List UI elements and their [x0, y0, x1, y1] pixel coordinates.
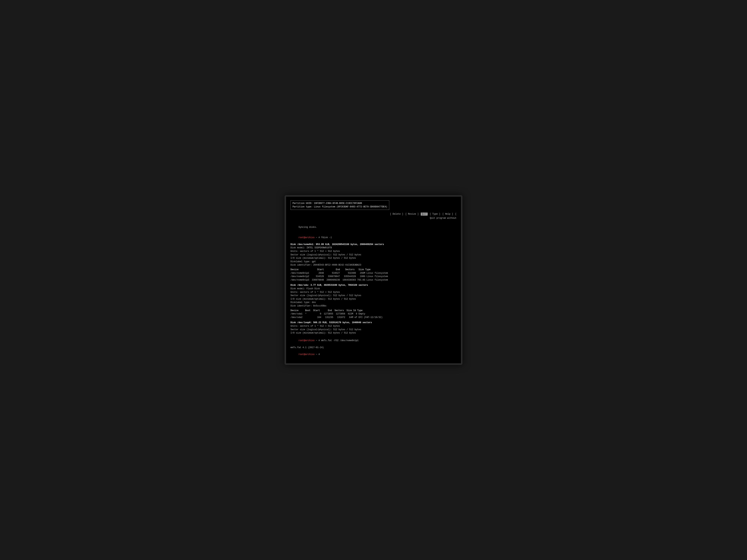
menu-quit[interactable]: Quit [421, 213, 428, 216]
nvme-p2: /dev/nvme0n1p2 534528 336078847 33554432… [290, 275, 457, 278]
nvme-p1: /dev/nvme0n1p1 2048 534527 532480 260M L… [290, 271, 457, 275]
sda-io-size: I/O size (minimum/optimal): 512 bytes / … [290, 297, 457, 301]
sda-identifier: Disk identifier: 0x5ccc69bc [290, 304, 457, 308]
prompt1: root@archiso [299, 236, 314, 239]
nvme-units: Units: sectors of 1 * 512 = 512 bytes [290, 250, 457, 253]
partition-info-box: Partition UUID: 16FCB977-23B4-0F4B-B05E-… [290, 201, 389, 210]
nvme-disklabel: Disklabel type: gpt [290, 260, 457, 264]
monitor: Partition UUID: 16FCB977-23B4-0F4B-B05E-… [285, 195, 462, 365]
loop-sector-size: Sector size (logical/physical): 512 byte… [290, 328, 457, 331]
menu-delete[interactable]: [ Delete ] [390, 213, 403, 215]
partition-uuid-line: Partition UUID: 16FCB977-23B4-0F4B-B05E-… [292, 202, 387, 205]
nvme-io-size: I/O size (minimum/optimal): 512 bytes / … [290, 257, 457, 260]
sda-table: Device Boot Start End Sectors Size Id Ty… [290, 309, 457, 319]
nvme-sector-size: Sector size (logical/physical): 512 byte… [290, 253, 457, 257]
prompt-cmd1: root@archiso ~ # fdisk -l [290, 233, 457, 243]
nvme-table-header: Device Start End Sectors Size Type [290, 268, 457, 271]
screen: Partition UUID: 16FCB977-23B4-0F4B-B05E-… [286, 197, 461, 363]
prompt-cmd2: root@archiso ~ # mkfs.fat -F32 /dev/nvme… [290, 336, 457, 346]
nvme-model: Disk model: INTEL SSDPEKNW010TB [290, 246, 457, 250]
nvme-disk-line: Disk /dev/nvme0n1: 953.89 GiB, 102420954… [290, 243, 457, 246]
loop-units: Units: sectors of 1 * 512 = 512 bytes [290, 324, 457, 328]
loop-io-size: I/O size (minimum/optimal): 512 bytes / … [290, 331, 457, 335]
sda-disk-line: Disk /dev/sda: 3.77 GiB, 4026531840 byte… [290, 284, 457, 287]
sda-disklabel: Disklabel type: dos [290, 301, 457, 304]
menu-bar: [ Delete ] [ Resize ] Quit [ Type ] [ He… [290, 213, 457, 215]
quit-help-text: Quit program without [290, 217, 457, 219]
sda-model: Disk model: Flash Disk [290, 287, 457, 291]
menu-resize[interactable]: [ Resize ] [405, 213, 419, 215]
nvme-table: Device Start End Sectors Size Type /dev/… [290, 268, 457, 282]
sda-p1: /dev/sda1 * 0 1273855 1273856 622M 0 Emp… [290, 312, 457, 316]
sda-units: Units: sectors of 1 * 512 = 512 bytes [290, 291, 457, 294]
nvme-identifier: Disk identifier: 2044E543-BFC2-4608-BC42… [290, 263, 457, 267]
sda-sector-size: Sector size (logical/physical): 512 byte… [290, 294, 457, 297]
loop-section: Disk /dev/loop0: 508.23 MiB, 532914176 b… [290, 321, 457, 335]
sda-section: Disk /dev/sda: 3.77 GiB, 4026531840 byte… [290, 284, 457, 319]
prompt3: root@archiso [299, 353, 314, 356]
nvme-p3: /dev/nvme0n1p3 336078848 2000409230 1664… [290, 278, 457, 282]
partition-type-line: Partition type: Linux filesystem (0FC63D… [292, 205, 387, 209]
sda-table-header: Device Boot Start End Sectors Size Id Ty… [290, 309, 457, 313]
menu-help[interactable]: [ Help ] [442, 213, 453, 215]
mkfs-output: mkfs.fat 4.1 (2017-01-24) [290, 346, 457, 349]
sync-line: Syncing disks. [290, 222, 457, 233]
menu-bracket: [ [455, 213, 457, 215]
menu-type[interactable]: [ Type ] [430, 213, 440, 215]
prompt2: root@archiso [299, 339, 314, 342]
sda-p2: /dev/sda2 164 131235 131072 64M ef EFI (… [290, 316, 457, 319]
prompt-cmd3: root@archiso ~ # [290, 349, 457, 359]
loop-disk-line: Disk /dev/loop0: 508.23 MiB, 532914176 b… [290, 321, 457, 324]
